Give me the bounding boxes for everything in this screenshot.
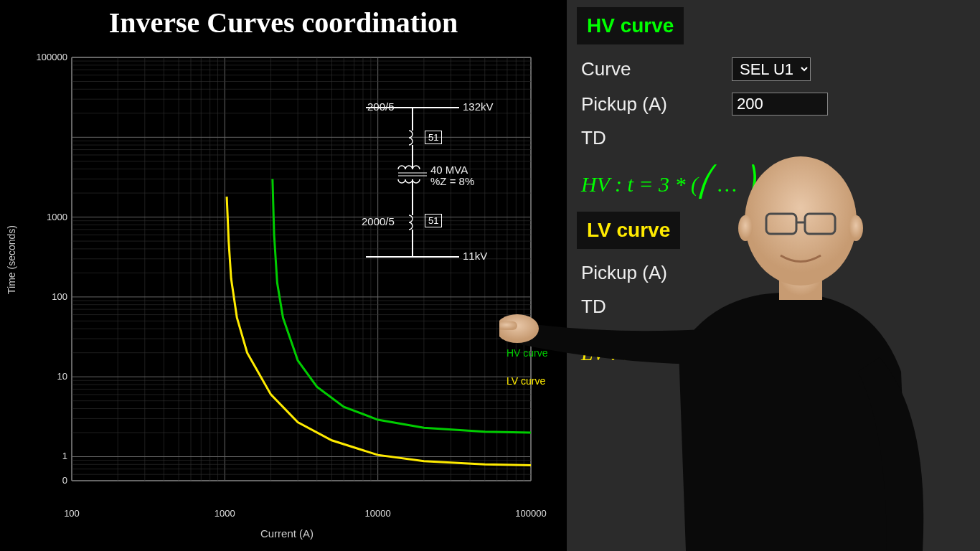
page-title: Inverse Curves coordination (0, 6, 567, 39)
relay-hv-box: 51 (425, 131, 442, 144)
lv-equation: LV : t = 1 * (⎛ … (567, 324, 980, 377)
settings-panel: HV curve Curve SEL U1SEL U2SEL U3SEL U4S… (567, 0, 980, 551)
hv-section-title: HV curve (577, 7, 684, 44)
hv-pickup-field-label: Pickup (A) (581, 93, 732, 116)
tx-z-label: %Z = 8% (430, 175, 474, 187)
x-axis-label: Current (A) (7, 527, 567, 540)
relay-lv-box: 51 (425, 214, 442, 227)
tx-rating-label: 40 MVA (430, 164, 468, 176)
hv-td-field-label: TD (581, 127, 732, 149)
hv-curve-field-label: Curve (581, 58, 732, 80)
ct-lv-label: 2000/5 (362, 215, 395, 227)
bus-hv-label: 132kV (463, 100, 494, 113)
lv-pickup-field-label: Pickup (A) (581, 262, 732, 284)
lv-section-title: LV curve (577, 212, 680, 249)
hv-equation: HV : t = 3 * (⎛ … ⎞ ) sec (567, 155, 980, 209)
y-axis-label: Time (seconds) (6, 225, 17, 294)
hv-curve-label: HV curve (507, 347, 548, 359)
hv-curve-select[interactable]: SEL U1SEL U2SEL U3SEL U4SEL U5 (732, 57, 811, 81)
hv-pickup-input[interactable] (732, 93, 828, 116)
single-line-diagram: 132kV 200/5 51 40 MVA %Z = 8% 2000/5 51 … (344, 100, 509, 294)
chart-area: Time (seconds) Current (A) 0110100100010… (7, 43, 567, 545)
bus-lv-label: 11kV (463, 250, 487, 262)
lv-curve-label: LV curve (507, 375, 545, 387)
ct-hv-label: 200/5 (367, 100, 395, 113)
lv-td-field-label: TD (581, 296, 732, 318)
